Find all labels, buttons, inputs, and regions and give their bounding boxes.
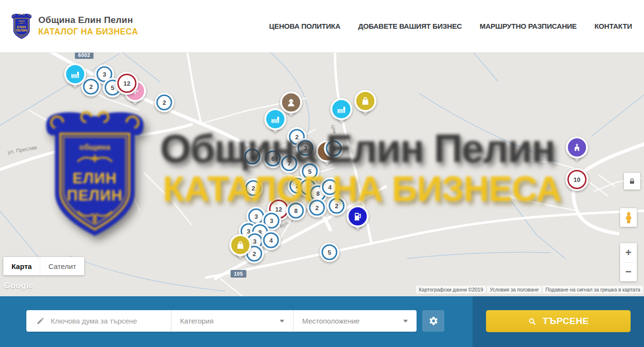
cluster-marker[interactable]: 4 [243, 147, 262, 167]
category-placeholder: Категория [180, 317, 214, 325]
fuel-icon [347, 205, 369, 227]
fuel-pin-marker[interactable] [347, 205, 369, 227]
header: община ЕЛИН ПЕЛИН Община Елин Пелин КАТА… [0, 0, 644, 53]
map-canvas[interactable]: 325122235467522784128223338345210 община… [0, 53, 644, 296]
cluster-marker[interactable]: 2 [244, 179, 263, 198]
location-select[interactable]: Местоположение [293, 310, 417, 332]
page: община ЕЛИН ПЕЛИН Община Елин Пелин КАТА… [0, 0, 644, 347]
factory-icon [330, 98, 352, 120]
google-logo[interactable]: Google [4, 281, 34, 291]
main-nav: ЦЕНОВА ПОЛИТИКА ДОБАВЕТЕ ВАШИЯТ БИЗНЕС М… [269, 0, 632, 52]
cluster-marker[interactable]: 4 [320, 178, 340, 197]
municipality-crest-icon: община ЕЛИН ПЕЛИН [11, 11, 33, 41]
tab-map[interactable]: Карта [3, 257, 40, 275]
zoom-out-button[interactable]: − [620, 263, 637, 282]
padlock-icon [628, 178, 636, 185]
site-subtitle: КАТАЛОГ НА БИЗНЕСА [38, 27, 138, 37]
pencil-icon [36, 317, 45, 325]
shield-top-word: община [18, 20, 24, 22]
lock-button[interactable] [624, 173, 640, 190]
nav-item-route-schedule[interactable]: МАРШРУТНО РАЗПИСАНИЕ [480, 22, 577, 30]
attribution-copyright: Картографски данни ©2019 [416, 286, 486, 293]
zoom-control: + − [620, 243, 637, 281]
cluster-marker[interactable]: 7 [280, 154, 299, 173]
factory-pin-marker[interactable] [64, 63, 86, 85]
markers-layer: 325122235467522784128223338345210 [0, 53, 644, 296]
search-form: Категория Местоположение [26, 310, 417, 332]
attribution-terms-link[interactable]: Условия за ползване [487, 286, 542, 293]
map-type-control: Карта Сателит [3, 257, 84, 275]
cluster-marker[interactable]: 2 [307, 198, 327, 218]
magnifier-icon [528, 317, 537, 326]
brand-logo-block[interactable]: община ЕЛИН ПЕЛИН Община Елин Пелин КАТА… [11, 11, 138, 41]
chevron-down-icon [280, 320, 284, 323]
search-button-label: ТЪРСЕНЕ [542, 316, 589, 326]
nav-item-pricing[interactable]: ЦЕНОВА ПОЛИТИКА [269, 22, 340, 30]
factory-pin-marker[interactable] [330, 98, 352, 120]
cluster-marker[interactable]: 5 [324, 139, 344, 158]
location-placeholder: Местоположение [302, 317, 360, 325]
cluster-marker[interactable]: 5 [320, 243, 339, 262]
search-bar: Категория Местоположение ТЪРСЕНЕ [0, 296, 644, 347]
nav-item-add-business[interactable]: ДОБАВЕТЕ ВАШИЯТ БИЗНЕС [358, 22, 462, 30]
zoom-in-button[interactable]: + [620, 243, 637, 262]
keyword-input[interactable] [51, 317, 171, 325]
advanced-settings-button[interactable] [422, 310, 444, 332]
cluster-marker[interactable]: 8 [286, 201, 306, 221]
cluster-marker[interactable]: 3 [296, 138, 316, 158]
nav-item-contacts[interactable]: КОНТАКТИ [594, 22, 632, 30]
map-attribution: Картографски данни ©2019 Условия за полз… [416, 286, 643, 293]
category-select[interactable]: Категория [171, 310, 293, 332]
cluster-marker[interactable]: 4 [261, 231, 281, 250]
shield-name-line2: ПЕЛИН [16, 29, 27, 32]
search-button[interactable]: ТЪРСЕНЕ [486, 310, 631, 332]
gear-icon [429, 316, 439, 326]
shield-name-line1: ЕЛИН [17, 25, 26, 29]
pegman-icon [623, 211, 634, 224]
bag-pin-marker[interactable] [229, 234, 251, 256]
factory-pin-marker[interactable] [264, 108, 286, 130]
street-view-pegman-button[interactable] [620, 208, 637, 227]
bag-icon [229, 234, 251, 256]
cluster-marker[interactable]: 2 [155, 93, 174, 112]
keyword-field [26, 310, 171, 332]
church-icon [566, 136, 588, 158]
site-title: Община Елин Пелин [38, 15, 138, 25]
cluster-marker[interactable]: 12 [115, 72, 138, 95]
cluster-marker[interactable]: 10 [565, 168, 588, 191]
bag-pin-marker[interactable] [354, 90, 376, 112]
tab-satellite[interactable]: Сателит [40, 257, 84, 275]
factory-icon [64, 63, 86, 85]
attribution-report-error-link[interactable]: Подаване на сигнал за грешка в картата [542, 286, 643, 293]
factory-icon [264, 108, 286, 130]
bag-icon [354, 90, 376, 112]
cluster-marker[interactable]: 2 [327, 196, 347, 216]
church-pin-marker[interactable] [566, 136, 588, 158]
chevron-down-icon [403, 320, 408, 323]
